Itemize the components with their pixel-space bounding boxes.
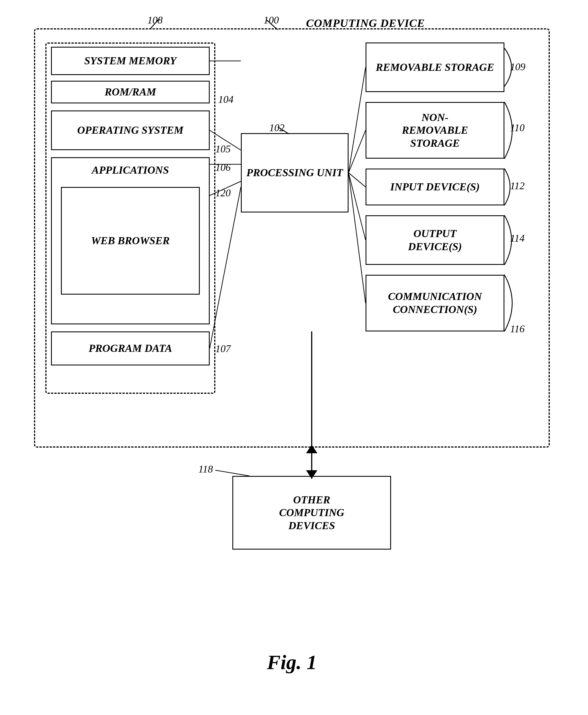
other-computing-devices-box: OTHER COMPUTING DEVICES xyxy=(232,476,391,549)
ref-116: 116 xyxy=(510,323,525,335)
communication-connection-box: COMMUNICATION CONNECTION(S) xyxy=(365,275,504,331)
processing-unit-box: PROCESSING UNIT xyxy=(241,133,349,213)
program-data-box: PROGRAM DATA xyxy=(51,331,210,365)
ref-114: 114 xyxy=(510,232,525,244)
output-device-box: OUTPUT DEVICE(S) xyxy=(365,215,504,265)
ref-118: 118 xyxy=(198,463,213,475)
os-box: OPERATING SYSTEM xyxy=(51,110,210,150)
fig-caption: Fig. 1 xyxy=(267,651,317,674)
input-device-box: INPUT DEVICE(S) xyxy=(365,169,504,205)
ref-106: 106 xyxy=(215,161,231,173)
ref-107: 107 xyxy=(215,343,231,355)
non-removable-storage-box: NON- REMOVABLE STORAGE xyxy=(365,102,504,159)
ref-108: 108 xyxy=(147,14,163,26)
ref-105: 105 xyxy=(215,143,231,155)
ref-102: 102 xyxy=(269,122,285,134)
rom-ram-box: ROM/RAM xyxy=(51,81,210,103)
removable-storage-box: REMOVABLE STORAGE xyxy=(365,43,504,92)
web-browser-box: WEB BROWSER xyxy=(61,187,200,295)
svg-line-18 xyxy=(215,470,249,476)
ref-110: 110 xyxy=(510,122,525,134)
system-memory-box: SYSTEM MEMORY xyxy=(51,47,210,75)
diagram-container: COMPUTING DEVICE 100 108 SYSTEM MEMORY R… xyxy=(17,11,567,691)
ref-104: 104 xyxy=(218,93,233,105)
ref-109: 109 xyxy=(510,61,525,73)
ref-100: 100 xyxy=(264,14,279,26)
ref-112: 112 xyxy=(510,180,525,192)
computing-device-title: COMPUTING DEVICE xyxy=(306,17,425,30)
ref-120: 120 xyxy=(215,187,231,199)
